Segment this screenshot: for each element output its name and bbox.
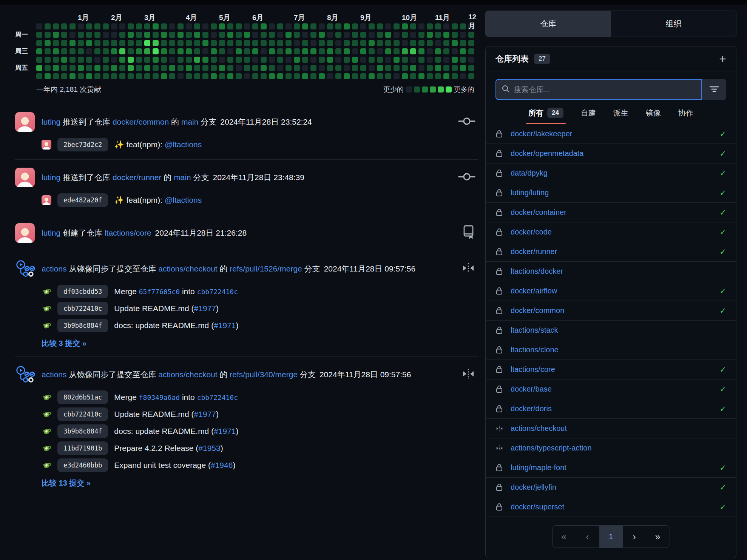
feed-link[interactable]: actions/checkout	[158, 264, 217, 273]
repo-search-input[interactable]	[514, 85, 696, 94]
feed-link[interactable]: main	[174, 173, 191, 182]
repo-link[interactable]: ltactions/core	[511, 365, 555, 374]
repo-link[interactable]: docker/runner	[511, 247, 557, 256]
commit-hash-badge[interactable]: 11bd71901b	[57, 441, 108, 455]
repo-link[interactable]: docker/jellyfin	[511, 483, 556, 492]
feed-link[interactable]: luting	[42, 173, 60, 182]
feed-link[interactable]: docker/common	[113, 117, 169, 126]
commit-hash-badge[interactable]: 2bec73d2c2	[57, 138, 108, 151]
commit-hash-badge[interactable]: 802d6b51ac	[57, 390, 108, 404]
feed-link[interactable]: luting	[42, 228, 60, 237]
repo-link[interactable]: ltactions/stack	[511, 326, 558, 335]
repo-link[interactable]: data/dpykg	[511, 169, 548, 177]
lock-icon	[495, 365, 504, 374]
last-page-button[interactable]: »	[646, 526, 670, 548]
commit-hash-badge[interactable]: cbb722410c	[57, 407, 108, 421]
repo-link[interactable]: docker/common	[511, 306, 564, 315]
feed-link[interactable]: main	[181, 117, 199, 126]
repo-list-item: luting/luting✓	[486, 183, 736, 203]
commit-hash-badge[interactable]: cbb722410c	[57, 302, 108, 315]
heatmap-cell	[468, 40, 474, 46]
repo-link[interactable]: actions/typescript-action	[511, 444, 592, 452]
repo-link[interactable]: docker/superset	[511, 503, 564, 511]
commit-hash-badge[interactable]: df03cbdd53	[57, 285, 108, 298]
heatmap-cell	[177, 32, 184, 38]
repo-link[interactable]: docker/lakekeeper	[511, 130, 572, 138]
repo-link[interactable]: actions/checkout	[511, 424, 567, 433]
repo-link[interactable]: docker/openmetadata	[511, 149, 583, 158]
repo-filter-tab-2[interactable]: 派生	[613, 108, 628, 124]
heatmap-cell	[360, 32, 366, 38]
commit-hash-badge[interactable]: 3b9b8c884f	[57, 424, 108, 438]
feed-link[interactable]: #1971	[214, 427, 236, 435]
feed-link[interactable]: cbb722410c	[197, 288, 238, 296]
commit-hash-badge[interactable]: e3d2460bbb	[57, 458, 108, 472]
feed-link[interactable]: @ltactions	[165, 196, 202, 204]
repo-link[interactable]: docker/airflow	[511, 287, 557, 295]
feed-link[interactable]: 65f77605c0	[139, 288, 180, 296]
feed-link[interactable]: f80349a6ad	[139, 393, 180, 401]
feed-link[interactable]: #1977	[194, 304, 216, 313]
feed-link[interactable]: actions	[42, 370, 67, 379]
actions-org-avatar[interactable]	[15, 259, 35, 279]
heatmap-cell	[352, 73, 358, 79]
heatmap-cell	[94, 73, 100, 79]
feed-link[interactable]: ltactions/core	[105, 228, 151, 237]
commit-hash-badge[interactable]: ede482a20f	[57, 193, 108, 207]
feed-link[interactable]: #1953	[198, 444, 220, 452]
feed-text: 从镜像同步了提交至仓库	[67, 264, 159, 273]
heatmap-cell	[319, 65, 325, 71]
heatmap-cell	[360, 48, 366, 54]
repo-link[interactable]: ltactions/clone	[511, 346, 559, 354]
page-number[interactable]: 1	[599, 526, 623, 548]
repo-filter-tab-1[interactable]: 自建	[581, 108, 596, 124]
repo-filter-tab-4[interactable]: 协作	[678, 108, 693, 124]
heatmap-week-column	[227, 23, 233, 79]
actions-org-avatar[interactable]	[15, 365, 35, 384]
repo-list: docker/lakekeeper✓docker/openmetadata✓da…	[486, 124, 736, 517]
mode-tab-orgs[interactable]: 组织	[611, 11, 736, 37]
filter-button[interactable]	[702, 79, 726, 100]
user-avatar[interactable]	[15, 223, 35, 243]
repo-link[interactable]: docker/code	[511, 228, 552, 236]
repo-link[interactable]: luting/luting	[511, 188, 549, 197]
repo-link[interactable]: luting/maple-font	[511, 463, 566, 472]
repo-link[interactable]: docker/base	[511, 385, 552, 393]
heatmap-cell	[269, 65, 275, 71]
feed-link[interactable]: docker/runner	[113, 173, 162, 182]
repo-link[interactable]: docker/container	[511, 208, 566, 217]
repo-link[interactable]: ltactions/docker	[511, 267, 563, 276]
feed-link[interactable]: actions	[42, 264, 67, 273]
heatmap-cell	[352, 57, 358, 63]
feed-link[interactable]: #1971	[214, 321, 236, 330]
user-avatar[interactable]	[15, 112, 35, 132]
feed-link[interactable]: luting	[42, 117, 60, 126]
compare-commits-link[interactable]: 比较 3 提交 »	[42, 338, 86, 349]
repo-filter-tab-0[interactable]: 所有24	[528, 108, 563, 124]
heatmap-cell	[94, 65, 100, 71]
first-page-button: «	[553, 526, 576, 548]
mode-tab-repos[interactable]: 仓库	[486, 11, 611, 37]
feed-entry: luting 创建了仓库 ltactions/core2024年11月28日 2…	[15, 215, 478, 251]
commit-hash-badge[interactable]: 3b9b8c884f	[57, 319, 108, 332]
check-icon: ✓	[719, 169, 726, 178]
feed-entry: luting 推送到了仓库 docker/common 的 main 分支202…	[15, 104, 478, 160]
heatmap-cell	[460, 48, 466, 54]
next-page-button[interactable]: ›	[623, 526, 646, 548]
feed-link[interactable]: refs/pull/340/merge	[230, 370, 298, 379]
feed-link[interactable]: refs/pull/1526/merge	[230, 264, 302, 273]
feed-text: 的	[218, 370, 230, 379]
repo-link[interactable]: docker/doris	[511, 404, 552, 413]
user-avatar[interactable]	[15, 168, 35, 187]
heatmap-weekday-labels: 周一周三周五	[15, 23, 36, 79]
feed-link[interactable]: #1977	[194, 410, 216, 418]
feed-link[interactable]: actions/checkout	[158, 370, 217, 379]
compare-commits-link[interactable]: 比较 13 提交 »	[42, 478, 91, 488]
feed-link[interactable]: @ltactions	[165, 140, 202, 149]
repo-filter-tab-3[interactable]: 镜像	[646, 108, 661, 124]
repo-search-box[interactable]	[495, 79, 702, 100]
feed-link[interactable]: #1946	[211, 461, 233, 469]
add-repo-button[interactable]: +	[719, 53, 726, 65]
feed-link[interactable]: cbb722410c	[197, 393, 238, 401]
lock-icon	[495, 326, 504, 335]
